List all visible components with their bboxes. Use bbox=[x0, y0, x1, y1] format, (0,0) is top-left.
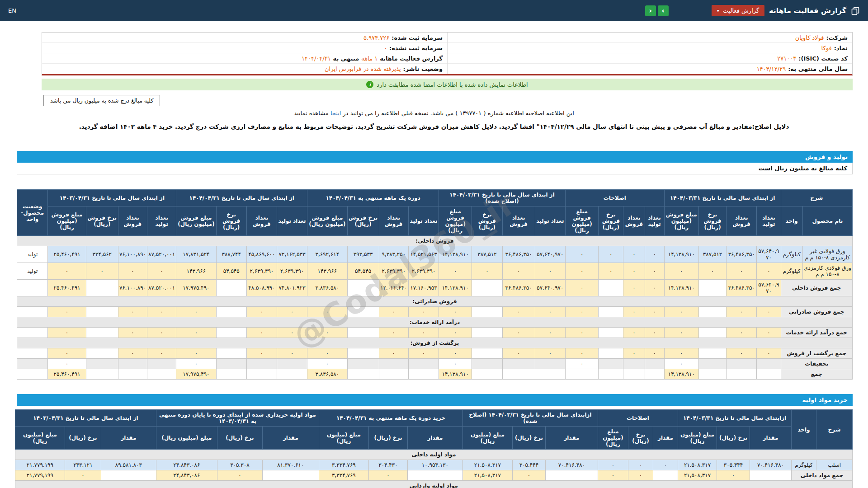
topbar: گزارش فعالیت ماهانه گزارش فعالیت ▾ › ‹ E… bbox=[0, 0, 868, 21]
value-cell bbox=[502, 369, 535, 380]
value-cell bbox=[502, 359, 535, 369]
value-cell bbox=[698, 328, 726, 338]
info-label: سرمایه ثبت نشده: bbox=[389, 45, 443, 52]
column-header: مقدار bbox=[653, 427, 678, 450]
info-row: سال مالی منتهی به:۱۴۰۴/۱۲/۲۹ bbox=[448, 64, 852, 74]
column-header: نرخ فروش (ریال) bbox=[216, 206, 246, 236]
previous-notice-link[interactable]: اینجا bbox=[330, 110, 341, 117]
value-cell: ۱۴۳,۹۶۶ bbox=[176, 263, 216, 280]
value-cell: ۲,۶۳۹,۳۹۰ bbox=[277, 263, 307, 280]
production-sales-table: شرحاز ابتدای سال مالی تا تاریخ ۱۴۰۴/۰۳/۳… bbox=[17, 189, 853, 380]
value-cell: ۷۶,۱۰۰,۸۹۰ bbox=[118, 280, 147, 296]
info-value: ۲۷۱۰۰۳ bbox=[777, 55, 796, 62]
value-cell: ۳۰۵,۳۰۸ bbox=[217, 460, 262, 470]
value-cell bbox=[726, 369, 757, 380]
value-cell bbox=[86, 328, 118, 338]
column-header: تعداد تولید bbox=[535, 206, 565, 236]
value-cell: ۰ bbox=[565, 307, 598, 317]
column-header: نرخ فروش (ریال) bbox=[698, 206, 726, 236]
value-cell: ۰ bbox=[118, 328, 147, 338]
previous-report-button[interactable]: ‹ bbox=[645, 5, 656, 16]
section-row: مواد اولیه وارداتی bbox=[15, 481, 852, 488]
value-cell: ۳,۸۳۶,۵۸۰ bbox=[307, 369, 347, 380]
period-group-header: از ابتدای سال مالی تا تاریخ ۱۴۰۴/۰۳/۳۱ bbox=[664, 190, 781, 206]
value-cell bbox=[535, 369, 565, 380]
value-cell: ۲,۶۳۹,۳۹۰ bbox=[246, 263, 277, 280]
value-cell: ۲۵,۴۶۰,۴۹۱ bbox=[48, 280, 86, 296]
unit-header: واحد bbox=[781, 206, 802, 236]
column-header: تعداد فروش bbox=[379, 206, 408, 236]
row-label: جمع برگشت از فروش bbox=[781, 348, 853, 359]
value-cell: ۲۵,۴۶۰,۴۹۱ bbox=[48, 246, 86, 263]
value-cell: ۰ bbox=[277, 328, 307, 338]
value-cell: ۰ bbox=[439, 328, 472, 338]
value-cell: ۰ bbox=[628, 470, 653, 481]
value-cell: ۰ bbox=[598, 460, 628, 470]
value-cell: ۰ bbox=[176, 359, 216, 369]
column-header: مقدار bbox=[101, 427, 156, 450]
value-cell: ۷۲,۱۶۲,۵۳۳ bbox=[277, 246, 307, 263]
value-cell: ۰ bbox=[726, 263, 757, 280]
column-header: مقدار bbox=[545, 427, 598, 450]
value-cell: ۰ bbox=[408, 348, 439, 359]
value-cell bbox=[347, 359, 379, 369]
product-unit: کیلوگرم bbox=[781, 246, 802, 263]
column-header: نرخ (ریال) bbox=[65, 427, 101, 450]
column-header: تعداد فروش bbox=[623, 206, 645, 236]
status-cell bbox=[17, 369, 48, 380]
column-header: تعداد تولید bbox=[147, 206, 176, 236]
value-cell bbox=[216, 369, 246, 380]
language-toggle[interactable]: EN bbox=[8, 7, 16, 14]
period-group-header: از ابتدای سال مالی تا تاریخ ۱۴۰۴/۰۴/۳۱ bbox=[176, 190, 307, 206]
header-columns-row: مقدارنرخ (ریال)مبلغ (میلیون ریال)مقدارنر… bbox=[15, 427, 852, 450]
column-header: نرخ فروش (ریال) bbox=[347, 206, 379, 236]
value-cell: ۲,۶۳۹,۳۹۰ bbox=[408, 263, 439, 280]
value-cell bbox=[216, 280, 246, 296]
table-row: ورق فولادی کارمزدی ۸-۱۵۰ م مکیلوگرم۰۰۰۰۰… bbox=[17, 263, 853, 280]
value-cell: ۰ bbox=[645, 328, 664, 338]
value-cell: ۰ bbox=[623, 328, 645, 338]
value-cell bbox=[698, 348, 726, 359]
status-cell bbox=[17, 359, 48, 369]
value-cell: ۰ bbox=[176, 328, 216, 338]
value-cell: ۰ bbox=[757, 348, 781, 359]
value-cell: ۳۶,۴۸۶,۳۵۰ bbox=[726, 246, 757, 263]
period-group-header: ازابتدای سال مالی تا تاریخ ۱۴۰۴/۰۳/۳۱ (ا… bbox=[462, 410, 598, 427]
column-header: مبلغ فروش (میلیون ریال) bbox=[307, 206, 347, 236]
column-header: مقدار bbox=[407, 427, 462, 450]
value-cell bbox=[216, 328, 246, 338]
value-cell: ۵۷,۶۴۰,۹۷۰ bbox=[535, 246, 565, 263]
info-value: ۰ bbox=[384, 45, 387, 52]
value-cell: ۰ bbox=[118, 263, 147, 280]
status-cell bbox=[17, 328, 48, 338]
info-row: سرمایه ثبت شده:۵,۹۷۴,۷۲۶ bbox=[42, 33, 447, 43]
value-cell: ۸۷,۵۲۰,۰۰۱ bbox=[147, 246, 176, 263]
value-cell: ۰ bbox=[623, 307, 645, 317]
report-copy-icon[interactable] bbox=[851, 6, 860, 15]
header-group-row: شرحاز ابتدای سال مالی تا تاریخ ۱۴۰۴/۰۳/۳… bbox=[17, 190, 853, 206]
report-type-dropdown[interactable]: گزارش فعالیت ▾ bbox=[712, 5, 764, 16]
value-cell: ۰ bbox=[176, 307, 216, 317]
value-cell: ۰ bbox=[664, 307, 698, 317]
section-row: برگشت از فروش: bbox=[17, 338, 853, 348]
value-cell: ۲۱,۵۰۸,۳۱۷ bbox=[462, 460, 512, 470]
value-cell: ۰ bbox=[645, 307, 664, 317]
info-label: سال مالی منتهی به: bbox=[788, 66, 848, 72]
value-cell: ۰ bbox=[565, 348, 598, 359]
company-info-panel: شرکت:فولاد کاویاننماد:فوکاکد صنعت (ISIC)… bbox=[42, 32, 853, 75]
value-cell bbox=[599, 348, 623, 359]
value-cell: ۰ bbox=[623, 348, 645, 359]
header-columns-row: نام محصولواحدتعداد تولیدتعداد فروشنرخ فر… bbox=[17, 206, 853, 236]
value-cell: ۱۴,۱۳۸,۹۱۰ bbox=[664, 280, 698, 296]
info-value: فوکا bbox=[821, 45, 832, 52]
value-cell bbox=[277, 359, 307, 369]
value-cell: ۰ bbox=[307, 307, 347, 317]
info-icon: i bbox=[366, 81, 373, 88]
value-cell: ۰ bbox=[147, 328, 176, 338]
next-report-button[interactable]: › bbox=[658, 5, 669, 16]
row-label: جمع فروش صادراتی bbox=[781, 307, 853, 317]
value-cell: ۰ bbox=[664, 328, 698, 338]
value-cell: ۳۶,۴۸۶,۳۵۰ bbox=[726, 280, 757, 296]
value-cell: ۰ bbox=[623, 263, 645, 280]
value-cell bbox=[653, 470, 678, 481]
